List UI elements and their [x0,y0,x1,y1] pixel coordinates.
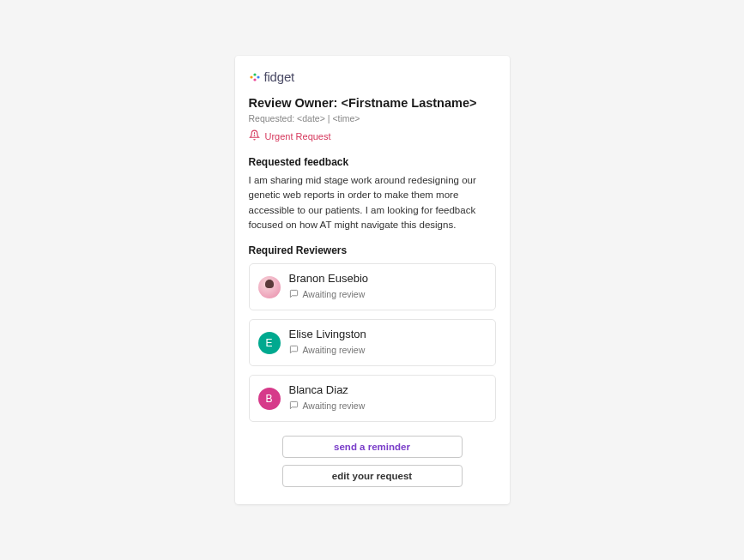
avatar [258,276,281,298]
feedback-body: I am sharing mid stage work around redes… [249,173,496,232]
logo-text: fidget [264,69,295,84]
reviewer-info: Branon Eusebio Awaiting review [289,272,369,302]
actions-row: send a reminder edit your request [249,436,496,487]
svg-point-1 [253,73,256,75]
reviewer-card[interactable]: Branon Eusebio Awaiting review [249,263,496,310]
avatar: E [258,332,281,354]
reviewer-name: Elise Livingston [289,328,366,340]
svg-point-5 [254,135,255,136]
reviewer-status: Awaiting review [289,286,369,302]
svg-point-0 [250,75,252,78]
reviewers-heading: Required Reviewers [249,244,496,256]
alert-bell-icon [249,129,260,144]
svg-point-2 [253,78,256,81]
page-title: Review Owner: <Firstname Lastname> [249,96,496,110]
reviewer-status-text: Awaiting review [303,400,366,411]
urgent-label: Urgent Request [265,131,331,142]
edit-request-button[interactable]: edit your request [282,465,463,487]
feedback-heading: Requested feedback [249,156,496,168]
requested-meta: Requested: <date> | <time> [249,113,496,123]
urgent-badge: Urgent Request [249,129,496,144]
reviewer-info: Elise Livingston Awaiting review [289,328,366,358]
avatar: B [258,388,281,410]
comment-icon [289,286,299,302]
reviewer-status-text: Awaiting review [303,289,366,299]
app-logo: fidget [249,69,496,84]
reviewer-card[interactable]: B Blanca Diaz Awaiting review [249,375,496,422]
logo-mark-icon [249,71,261,83]
reviewer-status: Awaiting review [289,398,366,413]
review-request-card: fidget Review Owner: <Firstname Lastname… [235,56,510,504]
comment-icon [289,342,299,358]
reviewer-status: Awaiting review [289,342,366,358]
reviewer-name: Branon Eusebio [289,272,369,285]
reviewer-status-text: Awaiting review [303,345,366,355]
send-reminder-button[interactable]: send a reminder [282,436,463,458]
svg-point-3 [257,75,259,78]
reviewer-info: Blanca Diaz Awaiting review [289,383,366,413]
reviewers-list: Branon Eusebio Awaiting review E Elise L… [249,263,496,422]
reviewer-name: Blanca Diaz [289,383,366,396]
comment-icon [289,398,299,413]
reviewer-card[interactable]: E Elise Livingston Awaiting review [249,319,496,366]
